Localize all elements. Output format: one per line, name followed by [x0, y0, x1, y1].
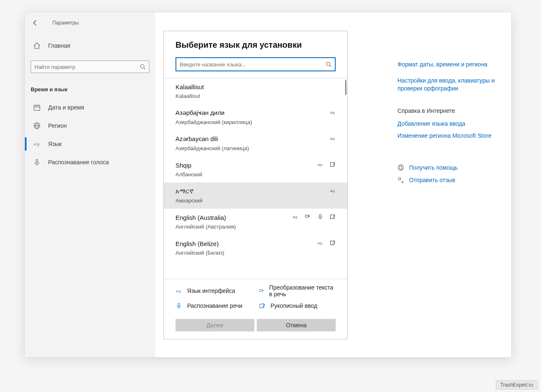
handwriting-icon	[259, 302, 266, 309]
svg-rect-45	[178, 303, 180, 306]
legend-speech: Распознавание речи	[175, 302, 252, 309]
get-help-label: Получить помощь	[409, 164, 458, 171]
sidebar-item-label: Распознавание голоса	[48, 159, 109, 166]
sidebar-item-language[interactable]: A字 Язык	[31, 135, 149, 153]
add-language-dialog: Выберите язык для установки KalaallisutK…	[163, 31, 348, 339]
language-translated-name: Азербайджанский (латиница)	[175, 145, 336, 151]
handwriting-icon	[330, 214, 336, 221]
svg-text:字: 字	[332, 112, 335, 114]
svg-text:字: 字	[295, 216, 297, 219]
language-item[interactable]: English (Australia)A字Английский (Австрал…	[164, 209, 347, 235]
svg-point-22	[398, 178, 401, 180]
svg-rect-6	[34, 105, 40, 110]
window-title: Параметры	[52, 20, 79, 26]
svg-text:A: A	[34, 142, 36, 146]
search-icon	[326, 61, 331, 67]
cancel-button[interactable]: Отмена	[257, 319, 336, 331]
svg-point-20	[398, 165, 404, 170]
language-feature-icons: A字	[292, 214, 336, 221]
language-item[interactable]: ShqipA字Албанский	[164, 156, 347, 183]
language-feature-icons: A字	[330, 109, 336, 117]
feature-legend: A字 Язык интерфейса Преобразование текста…	[164, 279, 347, 314]
svg-rect-44	[260, 290, 262, 292]
speech-icon	[317, 214, 323, 221]
speech-icon	[175, 302, 182, 309]
help-section-label: Справка в Интернете	[397, 107, 497, 114]
language-translated-name: Английский (Австралия)	[175, 224, 336, 230]
display-icon: A字	[330, 135, 336, 143]
language-feature-icons: A字	[330, 135, 336, 143]
language-translated-name: Kalaallisut	[175, 93, 336, 99]
link-date-format[interactable]: Формат даты, времени и региона	[397, 61, 497, 68]
language-native-name: English (Belize)	[175, 240, 317, 247]
language-item[interactable]: Азәрбајҹан дилиA字Азербайджанский (кирилл…	[164, 104, 347, 130]
sidebar-item-speech[interactable]: Распознавание голоса	[31, 153, 149, 171]
link-input-settings[interactable]: Настройки для ввода, клавиатуры и провер…	[397, 77, 497, 93]
display-icon: A字	[175, 287, 182, 294]
language-native-name: Azərbaycan dili	[175, 135, 330, 143]
feedback-row[interactable]: Отправить отзыв	[397, 177, 497, 183]
search-icon	[140, 64, 146, 70]
legend-handwriting: Рукописный ввод	[259, 302, 336, 309]
language-item[interactable]: English (Belize)A字Английский (Белиз)	[164, 235, 347, 261]
language-icon: A字	[33, 140, 41, 148]
svg-text:字: 字	[320, 242, 322, 245]
help-icon	[397, 164, 404, 171]
svg-point-4	[141, 65, 144, 68]
sidebar-item-label: Дата и время	[48, 104, 84, 111]
language-native-name: Shqip	[175, 162, 317, 169]
svg-text:字: 字	[332, 190, 335, 193]
search-box[interactable]	[31, 61, 149, 73]
dialog-buttons: Далее Отмена	[164, 314, 347, 339]
handwriting-icon	[330, 240, 336, 247]
scrollbar-thumb[interactable]	[345, 80, 346, 95]
language-feature-icons: A字	[317, 161, 336, 169]
svg-text:字: 字	[332, 138, 335, 141]
language-search-input[interactable]	[180, 61, 326, 68]
get-help-row[interactable]: Получить помощь	[397, 164, 497, 171]
sidebar: Параметры Главная Время и язык Дата и вр…	[25, 12, 155, 357]
dialog-title: Выберите язык для установки	[175, 40, 336, 50]
language-search[interactable]	[175, 57, 336, 71]
language-native-name: አማርኛ	[175, 187, 330, 195]
language-translated-name: Амхарский	[175, 197, 336, 204]
next-button[interactable]: Далее	[175, 319, 254, 331]
language-translated-name: Албанский	[175, 171, 336, 178]
feedback-icon	[397, 177, 404, 183]
svg-line-24	[330, 66, 331, 67]
display-icon: A字	[317, 161, 323, 169]
language-item[interactable]: Azərbaycan diliA字Азербайджанский (латини…	[164, 130, 347, 156]
language-item[interactable]: አማርኛA字Амхарский	[164, 183, 347, 209]
language-item[interactable]: KalaallisutKalaallisut	[164, 78, 347, 104]
display-icon: A字	[292, 214, 298, 221]
svg-line-5	[144, 68, 146, 70]
home-icon	[33, 42, 41, 49]
svg-point-21	[400, 165, 402, 170]
calendar-icon	[33, 104, 41, 111]
legend-tts: Преобразование текста в речь	[259, 284, 336, 297]
display-icon: A字	[317, 240, 323, 247]
svg-rect-37	[319, 214, 321, 217]
svg-rect-36	[306, 215, 309, 217]
language-list[interactable]: KalaallisutKalaallisutАзәрбајҹан дилиA字А…	[164, 78, 347, 279]
search-input[interactable]	[34, 64, 140, 70]
sidebar-item-label: Регион	[48, 122, 67, 129]
sidebar-item-region[interactable]: Регион	[31, 117, 149, 135]
settings-window: Параметры Главная Время и язык Дата и вр…	[25, 12, 511, 357]
link-change-store-region[interactable]: Изменение региона Microsoft Store	[397, 132, 497, 140]
mic-icon	[33, 158, 41, 166]
display-icon: A字	[330, 109, 336, 117]
svg-text:字: 字	[178, 290, 181, 293]
language-native-name: English (Australia)	[175, 214, 292, 221]
language-feature-icons: A字	[317, 240, 336, 247]
sidebar-home[interactable]: Главная	[31, 37, 149, 55]
svg-point-23	[327, 62, 330, 66]
sidebar-item-date-time[interactable]: Дата и время	[31, 98, 149, 117]
language-feature-icons: A字	[330, 187, 336, 195]
link-add-input-lang[interactable]: Добавление языка ввода	[397, 120, 497, 128]
related-links: Формат даты, времени и региона Настройки…	[397, 61, 497, 189]
back-icon[interactable]	[32, 19, 39, 27]
svg-rect-38	[331, 215, 334, 219]
svg-rect-46	[260, 304, 264, 308]
sidebar-item-label: Язык	[48, 141, 62, 147]
